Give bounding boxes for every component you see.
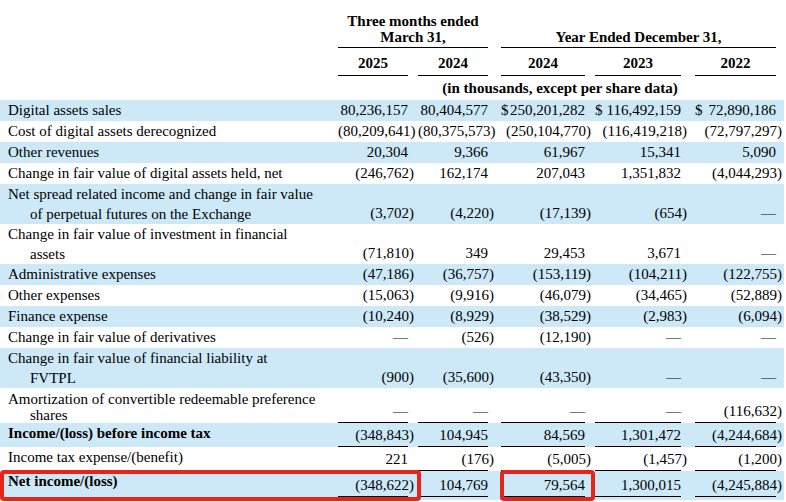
- row-label: Cost of digital assets derecognized: [8, 121, 336, 141]
- cell-value: 1,301,472: [621, 426, 681, 445]
- col-header-2024-q1: 2024: [416, 48, 496, 76]
- row-label: Amortization of convertible redeemable p…: [8, 391, 336, 407]
- col-header-2025-q1: 2025: [336, 48, 416, 76]
- cell-2023-fy: —: [593, 348, 689, 388]
- cell-2025-q1: —: [336, 327, 416, 348]
- cell-value: 104,769: [439, 476, 488, 495]
- cell-value: (4,244,684): [712, 426, 782, 445]
- row-label-cell: Change in fair value of digital assets h…: [0, 163, 336, 184]
- cell-value: 61,967: [544, 143, 585, 162]
- cell-value: (17,139): [540, 204, 591, 223]
- cell-2024-fy: —: [496, 388, 593, 423]
- cell-value: (246,762): [355, 164, 414, 183]
- cell-value: (8,929): [450, 307, 494, 326]
- cell-value: 349: [466, 244, 489, 263]
- cell-value: 104,945: [439, 426, 488, 445]
- cell-value: 15,341: [640, 143, 681, 162]
- income-statement-table: Three months ended March 31, Year Ended …: [0, 0, 784, 500]
- table-row: Administrative expenses (47,186) (36,757…: [0, 264, 784, 285]
- cell-2025-q1: —: [336, 388, 416, 423]
- cell-value: (104,211): [629, 265, 687, 284]
- cell-2024-fy: (250,104,770): [496, 121, 593, 142]
- cell-2024-q1: (4,220): [416, 184, 496, 224]
- cell-2023-fy: 1,300,015: [593, 471, 689, 500]
- cell-2025-q1: 221: [336, 447, 416, 471]
- cell-value: (2,983): [643, 307, 687, 326]
- table-row: Cost of digital assets derecognized (80,…: [0, 121, 784, 142]
- cell-value: —: [393, 328, 408, 347]
- cell-value: (348,843): [355, 426, 414, 445]
- cell-value: (80,375,573): [418, 122, 496, 141]
- col-header-2024-fy: 2024: [496, 48, 593, 76]
- cell-2022-fy: (4,245,884): [689, 471, 784, 500]
- cell-2025-q1: (10,240): [336, 306, 416, 327]
- cell-2024-q1: (35,600): [416, 348, 496, 388]
- cell-2022-fy: $72,890,186: [689, 100, 784, 121]
- cell-2023-fy: (2,983): [593, 306, 689, 327]
- currency-symbol: $: [595, 101, 603, 120]
- highlight-box-net-income-row: [0, 470, 421, 501]
- cell-value: —: [393, 402, 408, 421]
- cell-value: 9,366: [454, 143, 488, 162]
- cell-value: (9,916): [450, 286, 494, 305]
- row-label: Digital assets sales: [8, 100, 336, 120]
- row-label: Change in fair value of financial liabil…: [8, 348, 336, 368]
- cell-2024-q1: 80,404,577: [416, 100, 496, 121]
- cell-value: 80,404,577: [421, 101, 489, 120]
- cell-2024-q1: 9,366: [416, 142, 496, 163]
- table-header: Three months ended March 31, Year Ended …: [0, 0, 784, 100]
- row-label: Change in fair value of investment in fi…: [8, 224, 336, 244]
- table-row: Other expenses (15,063) (9,916) (46,079)…: [0, 285, 784, 306]
- row-label-cell: Administrative expenses: [0, 264, 336, 285]
- cell-2024-q1: (36,757): [416, 264, 496, 285]
- cell-2024-q1: 349: [416, 224, 496, 264]
- cell-2023-fy: 3,671: [593, 224, 689, 264]
- row-label-cell: Amortization of convertible redeemable p…: [0, 388, 336, 423]
- cell-value: —: [666, 368, 681, 387]
- cell-2024-fy: (12,190): [496, 327, 593, 348]
- cell-2024-fy: $250,201,282: [496, 100, 593, 121]
- cell-value: 72,890,186: [709, 101, 777, 120]
- table-row: Digital assets sales 80,236,157 80,404,5…: [0, 100, 784, 121]
- table-row: Change in fair value of digital assets h…: [0, 163, 784, 184]
- cell-value: (12,190): [540, 328, 591, 347]
- row-label-line2: assets: [8, 244, 336, 264]
- table-row: Change in fair value of financial liabil…: [0, 348, 784, 388]
- col-header-2022-fy: 2022: [689, 48, 784, 76]
- cell-value: —: [473, 402, 488, 421]
- cell-value: (250,104,770): [506, 122, 591, 141]
- group-three-months-line1: Three months ended: [338, 13, 488, 29]
- cell-2023-fy: —: [593, 388, 689, 423]
- cell-2022-fy: (122,755): [689, 264, 784, 285]
- cell-2025-q1: (80,209,641): [336, 121, 416, 142]
- units-note-row: (in thousands, except per share data): [0, 76, 784, 100]
- cell-2023-fy: 1,351,832: [593, 163, 689, 184]
- cell-2025-q1: (3,702): [336, 184, 416, 224]
- cell-2025-q1: (47,186): [336, 264, 416, 285]
- cell-value: 20,304: [367, 143, 408, 162]
- row-label: Net spread related income and change in …: [8, 184, 336, 204]
- cell-value: —: [761, 368, 776, 387]
- cell-2023-fy: (116,419,218): [593, 121, 689, 142]
- row-label-cell: Net spread related income and change in …: [0, 184, 336, 224]
- cell-2024-q1: (176): [416, 447, 496, 471]
- cell-value: (122,755): [723, 265, 782, 284]
- cell-2024-fy: (5,005): [496, 447, 593, 471]
- cell-2023-fy: (1,457): [593, 447, 689, 471]
- row-label: Finance expense: [8, 306, 336, 326]
- row-label-line2: shares: [8, 407, 336, 423]
- cell-value: 5,090: [742, 143, 776, 162]
- cell-value: (36,757): [443, 265, 494, 284]
- cell-2022-fy: (52,889): [689, 285, 784, 306]
- cell-value: (35,600): [443, 368, 494, 387]
- cell-value: 207,043: [536, 164, 585, 183]
- cell-2024-fy: 84,569: [496, 423, 593, 447]
- cell-value: 250,201,282: [510, 101, 585, 120]
- table-row: Amortization of convertible redeemable p…: [0, 388, 784, 423]
- currency-symbol: $: [695, 101, 703, 120]
- row-label: Income tax expense/(benefit): [8, 447, 336, 467]
- cell-value: (72,797,297): [705, 122, 783, 141]
- cell-2022-fy: —: [689, 348, 784, 388]
- cell-value: (116,419,218): [603, 122, 687, 141]
- cell-value: (176): [462, 450, 495, 469]
